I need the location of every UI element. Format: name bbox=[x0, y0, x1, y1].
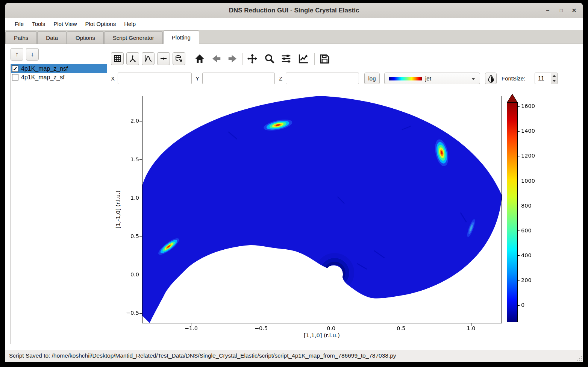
triangulation-icon bbox=[128, 54, 137, 63]
save-button[interactable] bbox=[318, 52, 331, 65]
customize-button[interactable] bbox=[297, 52, 310, 65]
menu-bar: FileToolsPlot ViewPlot OptionsHelp bbox=[5, 18, 583, 30]
subplots-button[interactable] bbox=[280, 52, 292, 65]
menu-item-plot-view[interactable]: Plot View bbox=[49, 18, 81, 30]
resize-grip-icon[interactable] bbox=[577, 356, 582, 361]
fontsize-spinner[interactable] bbox=[551, 73, 558, 84]
x-axis-label: [1,1,0] (r.l.u.) bbox=[284, 332, 359, 338]
zoom-icon bbox=[264, 53, 275, 64]
colorbar-tick-label: 1200 bbox=[521, 153, 535, 159]
subplots-icon bbox=[280, 53, 292, 64]
x-tick-label: −0.5 bbox=[250, 325, 273, 331]
move-down-button[interactable]: ↓ bbox=[26, 48, 39, 61]
fontsize-input[interactable]: 11 bbox=[535, 73, 551, 84]
z-axis-input[interactable] bbox=[286, 73, 359, 84]
y-axis-input[interactable] bbox=[202, 73, 275, 84]
y-tick-label: 1.0 bbox=[117, 195, 139, 201]
home-icon bbox=[194, 53, 205, 64]
colorbar-tick-label: 1000 bbox=[521, 178, 535, 184]
arrow-up-icon: ↑ bbox=[15, 51, 19, 58]
zoom-button[interactable] bbox=[263, 52, 276, 65]
spinner-down-icon[interactable] bbox=[552, 80, 556, 82]
detector-coverage-region bbox=[142, 96, 502, 323]
colorbar-tick-label: 200 bbox=[521, 277, 532, 283]
colorbar-tick-label: 600 bbox=[521, 227, 532, 234]
triangulation-button[interactable] bbox=[126, 52, 139, 65]
y-tick-label: 0.5 bbox=[117, 233, 139, 239]
back-button[interactable] bbox=[210, 52, 223, 65]
export-data-icon bbox=[174, 54, 183, 63]
colorbar-tick-mark bbox=[518, 181, 520, 181]
minimize-icon[interactable]: – bbox=[541, 3, 554, 18]
y-axis-field-label: Y bbox=[195, 73, 199, 84]
menu-item-help[interactable]: Help bbox=[120, 18, 140, 30]
y-tick-mark bbox=[139, 198, 142, 198]
x-axis-field-label: X bbox=[111, 73, 115, 84]
list-item[interactable]: ✓4p1K_map_z_nsf bbox=[11, 64, 107, 73]
checkbox-unchecked-icon[interactable] bbox=[12, 74, 18, 80]
beamstop-shadow-rings bbox=[317, 255, 352, 290]
status-message: Script Saved to: /home/koshchii/Desktop/… bbox=[9, 350, 396, 362]
move-up-button[interactable]: ↑ bbox=[11, 48, 23, 61]
tab-script-generator[interactable]: Script Generator bbox=[104, 31, 163, 44]
x-tick-label: 0.0 bbox=[320, 325, 342, 331]
y-tick-label: 2.0 bbox=[117, 118, 139, 124]
menu-item-tools[interactable]: Tools bbox=[28, 18, 49, 30]
colorbar-tick-mark bbox=[518, 106, 520, 107]
z-axis-field-label: Z bbox=[279, 73, 282, 84]
workspace-name: 4p1K_map_z_sf bbox=[21, 74, 65, 81]
colormap-dropdown[interactable]: jet bbox=[384, 73, 480, 84]
home-button[interactable] bbox=[193, 52, 206, 65]
menu-item-file[interactable]: File bbox=[11, 18, 28, 30]
colorbar-extend-arrow bbox=[507, 94, 518, 103]
export-data-button[interactable] bbox=[173, 52, 185, 65]
checkbox-checked-icon[interactable]: ✓ bbox=[12, 65, 18, 72]
list-item[interactable]: 4p1K_map_z_sf bbox=[11, 73, 107, 82]
invert-colormap-button[interactable] bbox=[485, 73, 497, 84]
grid-button[interactable] bbox=[111, 52, 124, 65]
tab-plotting[interactable]: Plotting bbox=[163, 30, 199, 44]
colorbar-tick-mark bbox=[518, 255, 520, 256]
y-tick-mark bbox=[139, 275, 142, 275]
menu-item-plot-options[interactable]: Plot Options bbox=[81, 18, 120, 30]
colorbar-tick-mark bbox=[518, 280, 520, 281]
heatmap-canvas[interactable] bbox=[142, 96, 502, 323]
window-title: DNS Reduction GUI - Single Crystal Elast… bbox=[5, 3, 583, 18]
workspace-list: ✓4p1K_map_z_nsf4p1K_map_z_sf bbox=[11, 64, 107, 344]
spinner-up-icon[interactable] bbox=[552, 75, 556, 77]
y-tick-mark bbox=[139, 313, 142, 314]
x-axis-input[interactable] bbox=[118, 73, 192, 84]
log-button[interactable]: log bbox=[364, 73, 380, 84]
line-cut-button[interactable] bbox=[157, 52, 170, 65]
x-tick-label: 1.0 bbox=[460, 325, 482, 331]
tab-data[interactable]: Data bbox=[37, 31, 67, 44]
app-window: DNS Reduction GUI - Single Crystal Elast… bbox=[5, 3, 583, 362]
close-icon[interactable]: ✕ bbox=[568, 3, 580, 18]
maximize-icon[interactable]: □ bbox=[555, 3, 568, 18]
projection-curve-icon bbox=[144, 54, 153, 63]
x-tick-label: −1.0 bbox=[180, 325, 202, 331]
back-icon bbox=[211, 53, 222, 64]
y-tick-mark bbox=[139, 237, 142, 237]
colorbar-tick-label: 1400 bbox=[521, 128, 535, 134]
pan-icon bbox=[247, 53, 258, 64]
tab-bar: PathsDataOptionsScript GeneratorPlotting bbox=[5, 30, 583, 44]
forward-icon bbox=[227, 53, 238, 64]
pan-button[interactable] bbox=[246, 52, 259, 65]
colorbar-tick-label: 400 bbox=[521, 252, 532, 258]
y-tick-label: −0.5 bbox=[117, 310, 139, 316]
colorbar-tick-mark bbox=[518, 231, 520, 231]
tab-paths[interactable]: Paths bbox=[5, 31, 37, 44]
fontsize-label: FontSize: bbox=[502, 73, 525, 84]
projection-curve-button[interactable] bbox=[142, 52, 155, 65]
colorbar-tick-label: 1600 bbox=[521, 103, 535, 109]
customize-icon bbox=[298, 53, 309, 64]
colormap-gradient-preview bbox=[389, 77, 422, 80]
colorbar-tick-mark bbox=[518, 156, 520, 156]
title-bar[interactable]: DNS Reduction GUI - Single Crystal Elast… bbox=[5, 3, 583, 18]
colorbar bbox=[507, 102, 518, 322]
forward-button[interactable] bbox=[226, 52, 239, 65]
plotting-tab-content: ↑ ↓ ✓4p1K_map_z_nsf4p1K_map_z_sf X Y Z l… bbox=[5, 44, 583, 350]
tab-options[interactable]: Options bbox=[67, 31, 104, 44]
toolbar-separator bbox=[314, 53, 315, 65]
